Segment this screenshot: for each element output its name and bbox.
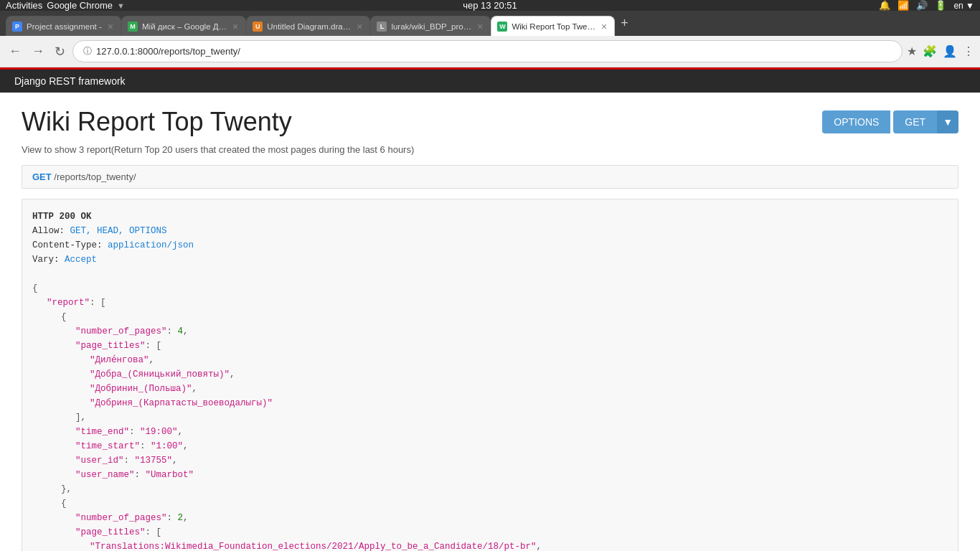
tab-wiki-report[interactable]: W Wiki Report Top Twe… × xyxy=(491,16,615,36)
json-item1-close: }, xyxy=(32,482,948,496)
get-dropdown-button[interactable]: ▼ xyxy=(937,110,958,133)
json-open-brace: { xyxy=(32,281,948,296)
json-time-end-1: "time_end": "19:00", xyxy=(32,425,948,439)
get-button[interactable]: GET xyxy=(893,110,937,133)
toolbar-right: ★ 🧩 👤 ⋮ xyxy=(907,44,974,58)
chevron-down-icon[interactable]: ▼ xyxy=(117,1,125,10)
page-title: Wiki Report Top Twenty xyxy=(22,107,292,137)
bookmark-icon[interactable]: ★ xyxy=(907,44,917,58)
extension-icon[interactable]: 🧩 xyxy=(923,44,937,58)
http-status: HTTP 200 OK xyxy=(32,212,92,222)
tab-title-4: lurak/wiki_BDP_pro… xyxy=(391,22,471,31)
reload-button[interactable]: ↻ xyxy=(52,41,68,62)
page-description: View to show 3 report(Return Top 20 user… xyxy=(22,144,958,155)
http-method: GET xyxy=(32,171,52,182)
header-allow-key: Allow: xyxy=(32,226,70,236)
tab-close-2[interactable]: × xyxy=(231,21,240,32)
json-item2-open: { xyxy=(32,496,948,511)
response-header-allow: Allow: GET, HEAD, OPTIONS xyxy=(32,224,948,238)
json-title-2: "Добра_(Сяницький_повяты)", xyxy=(32,367,948,382)
tab-close-3[interactable]: × xyxy=(355,21,364,32)
json-titles-close: ], xyxy=(32,410,948,425)
response-header-content-type: Content-Type: application/json xyxy=(32,238,948,253)
header-vary-value: Accept xyxy=(65,255,97,265)
response-block: HTTP 200 OK Allow: GET, HEAD, OPTIONS Co… xyxy=(22,199,958,551)
drf-framework-name: Django REST framework xyxy=(14,75,126,87)
datetime-display: чер 13 20:51 xyxy=(463,0,517,11)
tab-title-3: Untitled Diagram.dra… xyxy=(267,22,351,31)
content-area: Wiki Report Top Twenty OPTIONS GET ▼ Vie… xyxy=(0,93,980,551)
json-report-key: "report": [ xyxy=(32,296,948,310)
options-button[interactable]: OPTIONS xyxy=(822,110,890,133)
json-time-start-1: "time_start": "1:00", xyxy=(32,439,948,453)
tab-title-5: Wiki Report Top Twe… xyxy=(512,22,595,31)
tab-title-1: Project assignment - xyxy=(27,22,102,31)
tab-favicon-1: P xyxy=(12,22,22,32)
json-user-name-1: "user_name": "Umarbot" xyxy=(32,468,948,482)
json-page-titles-key-2: "page_titles": [ xyxy=(32,525,948,540)
profile-icon[interactable]: 👤 xyxy=(943,44,957,58)
forward-button[interactable]: → xyxy=(29,41,47,62)
tab-lurak[interactable]: L lurak/wiki_BDP_pro… × xyxy=(370,16,491,36)
endpoint-path: /reports/top_twenty/ xyxy=(54,171,136,182)
header-ct-key: Content-Type: xyxy=(32,240,108,250)
header-vary-key: Vary: xyxy=(32,255,65,265)
json-item1-open: { xyxy=(32,310,948,324)
url-text: 127.0.0.1:8000/reports/top_twenty/ xyxy=(96,46,240,57)
url-bar[interactable]: ⓘ 127.0.0.1:8000/reports/top_twenty/ xyxy=(72,40,903,62)
json-title-5: "Translations:Wikimedia_Foundation_elect… xyxy=(32,540,948,551)
tab-close-1[interactable]: × xyxy=(106,21,115,32)
tab-close-4[interactable]: × xyxy=(476,21,484,32)
json-num-pages-1: "number_of_pages": 4, xyxy=(32,324,948,339)
page-title-row: Wiki Report Top Twenty OPTIONS GET ▼ xyxy=(22,107,958,137)
security-icon: ⓘ xyxy=(83,45,92,57)
tab-title-2: Мій диск – Google Д… xyxy=(142,22,227,31)
header-ct-value: application/json xyxy=(108,240,194,250)
drf-header-bar: Django REST framework xyxy=(0,67,980,93)
activities-button[interactable]: Activities xyxy=(6,0,42,11)
network-icon: 📶 xyxy=(897,0,909,11)
tab-favicon-2: M xyxy=(128,22,138,32)
notification-icon: 🔔 xyxy=(879,0,890,11)
header-allow-value: GET, HEAD, OPTIONS xyxy=(70,226,167,236)
endpoint-bar: GET /reports/top_twenty/ xyxy=(22,165,958,189)
tab-google-drive[interactable]: M Мій диск – Google Д… × xyxy=(121,16,246,36)
json-num-pages-2: "number_of_pages": 2, xyxy=(32,511,948,525)
taskbar-left: Activities Google Chrome ▼ xyxy=(6,0,125,11)
system-bar: Activities Google Chrome ▼ чер 13 20:51 … xyxy=(0,0,980,11)
browser-window: P Project assignment - × M Мій диск – Go… xyxy=(0,11,980,551)
address-bar: ← → ↻ ⓘ 127.0.0.1:8000/reports/top_twent… xyxy=(0,36,980,67)
response-status-line: HTTP 200 OK xyxy=(32,209,948,224)
json-title-3: "Добринин_(Польша)", xyxy=(32,382,948,396)
back-button[interactable]: ← xyxy=(6,41,24,62)
tab-diagram[interactable]: U Untitled Diagram.dra… × xyxy=(246,16,370,36)
action-buttons: OPTIONS GET ▼ xyxy=(822,110,958,133)
tab-bar: P Project assignment - × M Мій диск – Go… xyxy=(0,11,980,36)
menu-icon[interactable]: ⋮ xyxy=(963,44,974,58)
json-title-1: "Диле́нгова", xyxy=(32,353,948,367)
tab-close-5[interactable]: × xyxy=(600,21,608,32)
browser-name: Google Chrome xyxy=(47,0,113,11)
tab-favicon-4: L xyxy=(377,22,387,32)
json-page-titles-key: "page_titles": [ xyxy=(32,339,948,353)
lang-indicator: en ▼ xyxy=(953,1,974,11)
volume-icon: 🔊 xyxy=(916,0,928,11)
response-header-vary: Vary: Accept xyxy=(32,253,948,267)
new-tab-button[interactable]: + xyxy=(615,16,634,31)
battery-icon: 🔋 xyxy=(935,0,946,11)
tab-favicon-3: U xyxy=(253,22,263,32)
tab-project-assignment[interactable]: P Project assignment - × xyxy=(6,16,121,36)
tab-favicon-5: W xyxy=(497,22,507,32)
system-tray: 🔔 📶 🔊 🔋 en ▼ xyxy=(879,0,974,11)
json-title-4: "Добриня_(Карпатасты_воеводалыгы)" xyxy=(32,396,948,410)
json-user-id-1: "user_id": "13755", xyxy=(32,453,948,468)
